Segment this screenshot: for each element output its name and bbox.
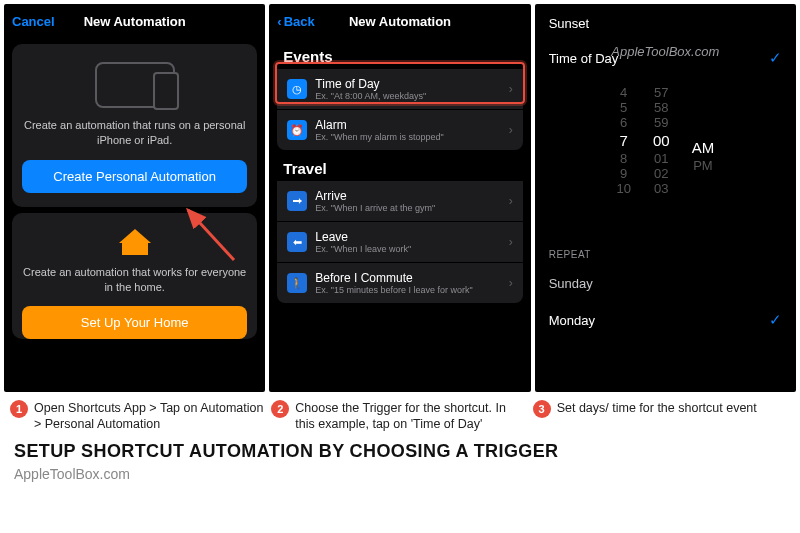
row-label: Arrive xyxy=(315,189,508,203)
personal-card: Create an automation that runs on a pers… xyxy=(12,44,257,207)
chevron-right-icon: › xyxy=(509,235,513,249)
chevron-right-icon: › xyxy=(509,276,513,290)
bullet-icon: 3 xyxy=(533,400,551,418)
section-travel: Travel xyxy=(269,150,530,181)
row-sub: Ex. "When I arrive at the gym" xyxy=(315,203,508,213)
header: ‹ Back New Automation xyxy=(269,4,530,38)
header: Cancel New Automation xyxy=(4,4,265,38)
page-headline: SETUP SHORTCUT AUTOMATION BY CHOOSING A … xyxy=(0,435,800,464)
caption-row: 1 Open Shortcuts App > Tap on Automation… xyxy=(0,392,800,435)
row-label: Alarm xyxy=(315,118,508,132)
back-label: Back xyxy=(284,14,315,29)
row-alarm[interactable]: ⏰ Alarm Ex. "When my alarm is stopped" › xyxy=(277,110,522,150)
bullet-icon: 2 xyxy=(271,400,289,418)
check-icon: ✓ xyxy=(769,49,782,67)
bullet-icon: 1 xyxy=(10,400,28,418)
header-title: New Automation xyxy=(84,14,186,29)
personal-desc: Create an automation that runs on a pers… xyxy=(22,118,247,148)
cancel-button[interactable]: Cancel xyxy=(12,14,55,29)
minute-wheel[interactable]: 57 58 59 00 01 02 03 xyxy=(653,85,670,225)
row-arrive[interactable]: ⮕ Arrive Ex. "When I arrive at the gym" … xyxy=(277,181,522,222)
section-repeat: REPEAT xyxy=(535,233,796,266)
panel-time-settings: Sunset Time of Day ✓ AppleToolBox.com 4 … xyxy=(535,4,796,392)
day-label: Monday xyxy=(549,313,595,328)
caption-1: 1 Open Shortcuts App > Tap on Automation… xyxy=(10,400,267,433)
row-commute[interactable]: 🚶 Before I Commute Ex. "15 minutes befor… xyxy=(277,263,522,303)
row-label: Time of Day xyxy=(549,51,619,66)
row-sub: Ex. "When I leave work" xyxy=(315,244,508,254)
chevron-right-icon: › xyxy=(509,123,513,137)
hour-wheel[interactable]: 4 5 6 7 8 9 10 xyxy=(616,85,630,225)
caption-text: Choose the Trigger for the shortcut. In … xyxy=(295,400,528,433)
highlight-box xyxy=(275,62,524,104)
home-card: Create an automation that works for ever… xyxy=(12,213,257,340)
ampm-wheel[interactable]: AM PM xyxy=(692,85,715,225)
row-sunday[interactable]: Sunday xyxy=(535,266,796,301)
caption-3: 3 Set days/ time for the shortcut event xyxy=(533,400,790,433)
check-icon: ✓ xyxy=(769,311,782,329)
time-picker[interactable]: 4 5 6 7 8 9 10 57 58 59 00 01 02 03 AM P… xyxy=(535,77,796,233)
panel-new-automation: Cancel New Automation Create an automati… xyxy=(4,4,265,392)
row-sub: Ex. "15 minutes before I leave for work" xyxy=(315,285,508,295)
commute-icon: 🚶 xyxy=(287,273,307,293)
row-monday[interactable]: Monday ✓ xyxy=(535,301,796,339)
home-icon xyxy=(122,233,148,255)
chevron-right-icon: › xyxy=(509,194,513,208)
leave-icon: ⬅ xyxy=(287,232,307,252)
arrive-icon: ⮕ xyxy=(287,191,307,211)
row-label: Before I Commute xyxy=(315,271,508,285)
header-title: New Automation xyxy=(349,14,451,29)
day-label: Sunday xyxy=(549,276,593,291)
home-desc: Create an automation that works for ever… xyxy=(22,265,247,295)
create-personal-button[interactable]: Create Personal Automation xyxy=(22,160,247,193)
setup-home-button[interactable]: Set Up Your Home xyxy=(22,306,247,339)
row-sub: Ex. "When my alarm is stopped" xyxy=(315,132,508,142)
alarm-icon: ⏰ xyxy=(287,120,307,140)
caption-text: Open Shortcuts App > Tap on Automation >… xyxy=(34,400,267,433)
devices-icon xyxy=(95,62,175,108)
back-button[interactable]: ‹ Back xyxy=(277,14,314,29)
watermark: AppleToolBox.com xyxy=(611,44,719,59)
panel-trigger-list: ‹ Back New Automation Events ◷ Time of D… xyxy=(269,4,530,392)
chevron-left-icon: ‹ xyxy=(277,14,281,29)
row-leave[interactable]: ⬅ Leave Ex. "When I leave work" › xyxy=(277,222,522,263)
credit-line: AppleToolBox.com xyxy=(0,464,800,484)
row-sunset[interactable]: Sunset xyxy=(535,4,796,39)
caption-2: 2 Choose the Trigger for the shortcut. I… xyxy=(271,400,528,433)
caption-text: Set days/ time for the shortcut event xyxy=(557,400,757,433)
row-label: Leave xyxy=(315,230,508,244)
